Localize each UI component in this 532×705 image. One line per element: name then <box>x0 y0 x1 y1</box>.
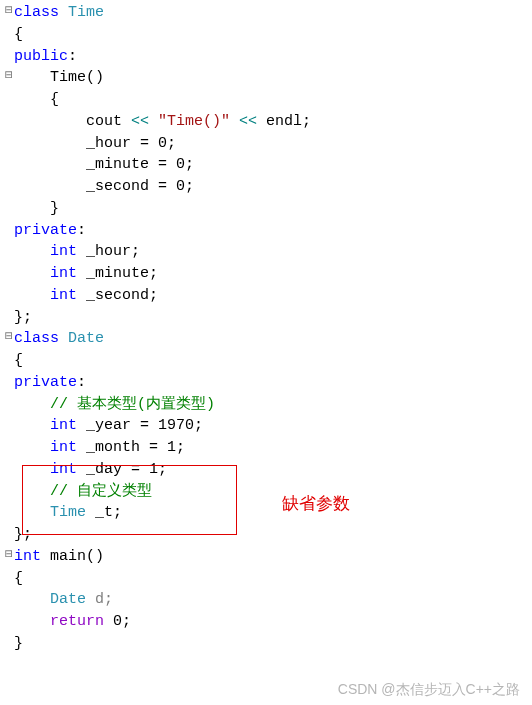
member-assign: _second = 0; <box>86 178 194 195</box>
access-specifier: public <box>14 48 68 65</box>
brace: } <box>50 200 59 217</box>
annotation-label: 缺省参数 <box>282 492 350 515</box>
fold-icon: ⊟ <box>4 67 14 86</box>
gutter <box>4 111 14 130</box>
watermark: CSDN @杰信步迈入C++之路 <box>338 681 520 699</box>
gutter <box>4 459 14 478</box>
code-line: ⊟class Time <box>4 2 532 24</box>
gutter <box>4 481 14 500</box>
code-line: int _month = 1; <box>4 437 532 459</box>
member-decl: _month = 1; <box>77 439 185 456</box>
code-line: private: <box>4 372 532 394</box>
code-line: int _hour; <box>4 241 532 263</box>
code-line: Time _t; <box>4 502 532 524</box>
code-line: ⊟class Date <box>4 328 532 350</box>
identifier: endl; <box>257 113 311 130</box>
gutter <box>4 524 14 543</box>
access-specifier: private <box>14 374 77 391</box>
fold-icon: ⊟ <box>4 2 14 21</box>
code-line: _second = 0; <box>4 176 532 198</box>
keyword-int: int <box>50 461 77 478</box>
gutter <box>4 89 14 108</box>
gutter <box>4 285 14 304</box>
keyword-int: int <box>50 417 77 434</box>
colon: : <box>77 374 86 391</box>
function-name: main <box>41 548 86 565</box>
code-line: int _minute; <box>4 263 532 285</box>
code-line: ⊟int main() <box>4 546 532 568</box>
code-line: public: <box>4 46 532 68</box>
gutter <box>4 176 14 195</box>
keyword-int: int <box>50 287 77 304</box>
colon: : <box>77 222 86 239</box>
member-decl: _year = 1970; <box>77 417 203 434</box>
operator: << <box>239 113 257 130</box>
parens: () <box>86 548 104 565</box>
code-line: int _day = 1; <box>4 459 532 481</box>
gutter <box>4 198 14 217</box>
member-decl: _day = 1; <box>77 461 167 478</box>
gutter <box>4 589 14 608</box>
code-line: { <box>4 89 532 111</box>
gutter <box>4 350 14 369</box>
code-line: // 自定义类型 <box>4 481 532 503</box>
gutter <box>4 502 14 521</box>
return-value: 0; <box>104 613 131 630</box>
class-close: }; <box>14 309 32 326</box>
keyword-int: int <box>50 439 77 456</box>
access-specifier: private <box>14 222 77 239</box>
string-literal: "Time()" <box>149 113 239 130</box>
member-assign: _hour = 0; <box>86 135 176 152</box>
code-line: Date d; <box>4 589 532 611</box>
code-line: { <box>4 24 532 46</box>
fold-icon: ⊟ <box>4 546 14 565</box>
brace: { <box>14 570 23 587</box>
identifier: cout <box>86 113 131 130</box>
type-name: Time <box>50 504 86 521</box>
code-line: } <box>4 198 532 220</box>
member-decl: _second; <box>77 287 158 304</box>
keyword-int: int <box>14 548 41 565</box>
gutter <box>4 394 14 413</box>
code-line: cout << "Time()" << endl; <box>4 111 532 133</box>
code-line: } <box>4 633 532 655</box>
code-block: ⊟class Time { public: ⊟ Time() { cout <<… <box>0 0 532 657</box>
brace: { <box>50 91 59 108</box>
keyword-int: int <box>50 265 77 282</box>
local-var: d; <box>86 591 113 608</box>
member-decl: _hour; <box>77 243 140 260</box>
code-line: }; <box>4 307 532 329</box>
gutter <box>4 263 14 282</box>
type-name: Date <box>50 591 86 608</box>
keyword: class <box>14 4 59 21</box>
keyword-return: return <box>50 613 104 630</box>
constructor-name: Time <box>50 69 86 86</box>
code-line: }; <box>4 524 532 546</box>
type-name: Time <box>68 4 104 21</box>
code-line: private: <box>4 220 532 242</box>
keyword-int: int <box>50 243 77 260</box>
brace: } <box>14 635 23 652</box>
gutter <box>4 24 14 43</box>
code-line: ⊟ Time() <box>4 67 532 89</box>
gutter <box>4 372 14 391</box>
gutter <box>4 633 14 652</box>
member-decl: _t; <box>86 504 122 521</box>
colon: : <box>68 48 77 65</box>
gutter <box>4 307 14 326</box>
code-line: int _year = 1970; <box>4 415 532 437</box>
fold-icon: ⊟ <box>4 328 14 347</box>
class-close: }; <box>14 526 32 543</box>
gutter <box>4 415 14 434</box>
code-line: _hour = 0; <box>4 133 532 155</box>
gutter <box>4 220 14 239</box>
brace: { <box>14 352 23 369</box>
member-assign: _minute = 0; <box>86 156 194 173</box>
parens: () <box>86 69 104 86</box>
operator: << <box>131 113 149 130</box>
comment: // 自定义类型 <box>50 483 152 500</box>
gutter <box>4 241 14 260</box>
gutter <box>4 154 14 173</box>
code-line: // 基本类型(内置类型) <box>4 394 532 416</box>
gutter <box>4 46 14 65</box>
